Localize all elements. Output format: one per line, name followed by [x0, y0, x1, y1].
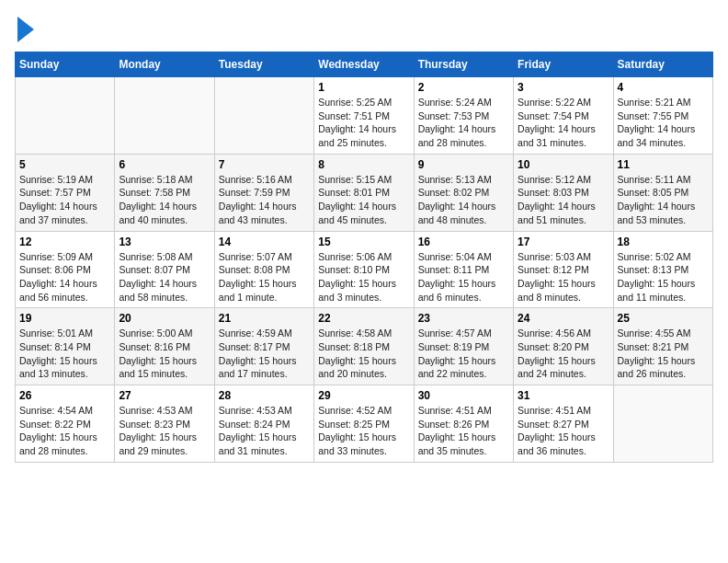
calendar-cell: 17Sunrise: 5:03 AM Sunset: 8:12 PM Dayli… — [514, 231, 613, 308]
day-number: 10 — [518, 158, 609, 171]
calendar-cell: 19Sunrise: 5:01 AM Sunset: 8:14 PM Dayli… — [16, 308, 115, 385]
day-number: 25 — [618, 312, 709, 325]
calendar-table: SundayMondayTuesdayWednesdayThursdayFrid… — [15, 52, 713, 463]
day-number: 9 — [418, 158, 509, 171]
day-number: 24 — [518, 312, 609, 325]
column-header-saturday: Saturday — [613, 52, 712, 77]
calendar-cell: 18Sunrise: 5:02 AM Sunset: 8:13 PM Dayli… — [613, 231, 712, 308]
calendar-cell: 7Sunrise: 5:16 AM Sunset: 7:59 PM Daylig… — [214, 154, 313, 231]
day-info: Sunrise: 4:56 AM Sunset: 8:20 PM Dayligh… — [518, 327, 609, 381]
calendar-cell: 25Sunrise: 4:55 AM Sunset: 8:21 PM Dayli… — [613, 308, 712, 385]
day-info: Sunrise: 4:53 AM Sunset: 8:24 PM Dayligh… — [219, 404, 310, 458]
header — [15, 15, 713, 42]
day-info: Sunrise: 4:58 AM Sunset: 8:18 PM Dayligh… — [318, 327, 409, 381]
week-row-1: 1Sunrise: 5:25 AM Sunset: 7:51 PM Daylig… — [16, 77, 713, 155]
day-info: Sunrise: 5:19 AM Sunset: 7:57 PM Dayligh… — [19, 173, 110, 227]
column-header-monday: Monday — [115, 52, 214, 77]
day-number: 22 — [318, 312, 409, 325]
day-info: Sunrise: 5:00 AM Sunset: 8:16 PM Dayligh… — [119, 327, 210, 381]
logo-arrow-icon — [17, 17, 34, 42]
calendar-cell: 22Sunrise: 4:58 AM Sunset: 8:18 PM Dayli… — [314, 308, 414, 385]
day-number: 14 — [219, 236, 310, 248]
day-info: Sunrise: 5:22 AM Sunset: 7:54 PM Dayligh… — [518, 96, 609, 150]
day-info: Sunrise: 5:11 AM Sunset: 8:05 PM Dayligh… — [618, 173, 709, 227]
day-info: Sunrise: 4:55 AM Sunset: 8:21 PM Dayligh… — [618, 327, 709, 381]
day-info: Sunrise: 5:21 AM Sunset: 7:55 PM Dayligh… — [618, 96, 709, 150]
day-number: 16 — [418, 236, 509, 248]
calendar-cell: 3Sunrise: 5:22 AM Sunset: 7:54 PM Daylig… — [514, 77, 613, 155]
day-info: Sunrise: 4:54 AM Sunset: 8:22 PM Dayligh… — [19, 404, 110, 458]
day-number: 30 — [418, 389, 509, 402]
calendar-cell: 2Sunrise: 5:24 AM Sunset: 7:53 PM Daylig… — [414, 77, 513, 155]
day-number: 17 — [518, 236, 609, 248]
day-info: Sunrise: 4:52 AM Sunset: 8:25 PM Dayligh… — [318, 404, 409, 458]
logo — [15, 15, 34, 42]
day-number: 27 — [119, 389, 210, 402]
day-info: Sunrise: 4:59 AM Sunset: 8:17 PM Dayligh… — [219, 327, 310, 381]
day-info: Sunrise: 4:51 AM Sunset: 8:27 PM Dayligh… — [518, 404, 609, 458]
calendar-cell: 1Sunrise: 5:25 AM Sunset: 7:51 PM Daylig… — [314, 77, 414, 155]
day-number: 26 — [19, 389, 110, 402]
calendar-cell: 5Sunrise: 5:19 AM Sunset: 7:57 PM Daylig… — [16, 154, 115, 231]
calendar-cell: 29Sunrise: 4:52 AM Sunset: 8:25 PM Dayli… — [314, 385, 414, 463]
column-header-friday: Friday — [514, 52, 613, 77]
day-number: 3 — [518, 81, 609, 94]
calendar-cell — [16, 77, 115, 155]
day-info: Sunrise: 5:08 AM Sunset: 8:07 PM Dayligh… — [119, 250, 210, 304]
header-row: SundayMondayTuesdayWednesdayThursdayFrid… — [16, 52, 713, 77]
calendar-cell — [214, 77, 313, 155]
calendar-cell: 30Sunrise: 4:51 AM Sunset: 8:26 PM Dayli… — [414, 385, 513, 463]
day-number: 4 — [618, 81, 709, 94]
day-number: 31 — [518, 389, 609, 402]
day-info: Sunrise: 5:04 AM Sunset: 8:11 PM Dayligh… — [418, 250, 509, 304]
column-header-wednesday: Wednesday — [314, 52, 414, 77]
calendar-header: SundayMondayTuesdayWednesdayThursdayFrid… — [16, 52, 713, 77]
calendar-cell: 15Sunrise: 5:06 AM Sunset: 8:10 PM Dayli… — [314, 231, 414, 308]
day-number: 23 — [418, 312, 509, 325]
day-number: 8 — [318, 158, 409, 171]
day-info: Sunrise: 5:07 AM Sunset: 8:08 PM Dayligh… — [219, 250, 310, 304]
calendar-cell: 31Sunrise: 4:51 AM Sunset: 8:27 PM Dayli… — [514, 385, 613, 463]
calendar-cell: 10Sunrise: 5:12 AM Sunset: 8:03 PM Dayli… — [514, 154, 613, 231]
day-info: Sunrise: 5:06 AM Sunset: 8:10 PM Dayligh… — [318, 250, 409, 304]
calendar-cell — [115, 77, 214, 155]
calendar-cell: 16Sunrise: 5:04 AM Sunset: 8:11 PM Dayli… — [414, 231, 513, 308]
day-info: Sunrise: 5:01 AM Sunset: 8:14 PM Dayligh… — [19, 327, 110, 381]
calendar-cell: 20Sunrise: 5:00 AM Sunset: 8:16 PM Dayli… — [115, 308, 214, 385]
day-number: 5 — [19, 158, 110, 171]
week-row-5: 26Sunrise: 4:54 AM Sunset: 8:22 PM Dayli… — [16, 385, 713, 463]
calendar-cell: 28Sunrise: 4:53 AM Sunset: 8:24 PM Dayli… — [214, 385, 313, 463]
calendar-cell: 24Sunrise: 4:56 AM Sunset: 8:20 PM Dayli… — [514, 308, 613, 385]
day-number: 15 — [318, 236, 409, 248]
week-row-2: 5Sunrise: 5:19 AM Sunset: 7:57 PM Daylig… — [16, 154, 713, 231]
column-header-sunday: Sunday — [16, 52, 115, 77]
calendar-cell — [613, 385, 712, 463]
week-row-4: 19Sunrise: 5:01 AM Sunset: 8:14 PM Dayli… — [16, 308, 713, 385]
day-info: Sunrise: 5:18 AM Sunset: 7:58 PM Dayligh… — [119, 173, 210, 227]
day-number: 7 — [219, 158, 310, 171]
calendar-cell: 8Sunrise: 5:15 AM Sunset: 8:01 PM Daylig… — [314, 154, 414, 231]
day-number: 12 — [19, 236, 110, 248]
day-info: Sunrise: 5:24 AM Sunset: 7:53 PM Dayligh… — [418, 96, 509, 150]
day-info: Sunrise: 5:12 AM Sunset: 8:03 PM Dayligh… — [518, 173, 609, 227]
calendar-cell: 6Sunrise: 5:18 AM Sunset: 7:58 PM Daylig… — [115, 154, 214, 231]
calendar-cell: 21Sunrise: 4:59 AM Sunset: 8:17 PM Dayli… — [214, 308, 313, 385]
day-number: 6 — [119, 158, 210, 171]
day-number: 28 — [219, 389, 310, 402]
day-info: Sunrise: 5:13 AM Sunset: 8:02 PM Dayligh… — [418, 173, 509, 227]
day-info: Sunrise: 5:15 AM Sunset: 8:01 PM Dayligh… — [318, 173, 409, 227]
day-number: 21 — [219, 312, 310, 325]
day-number: 29 — [318, 389, 409, 402]
calendar-cell: 27Sunrise: 4:53 AM Sunset: 8:23 PM Dayli… — [115, 385, 214, 463]
day-number: 19 — [19, 312, 110, 325]
calendar-cell: 26Sunrise: 4:54 AM Sunset: 8:22 PM Dayli… — [16, 385, 115, 463]
day-number: 2 — [418, 81, 509, 94]
day-number: 13 — [119, 236, 210, 248]
day-number: 1 — [318, 81, 409, 94]
day-info: Sunrise: 5:25 AM Sunset: 7:51 PM Dayligh… — [318, 96, 409, 150]
calendar-cell: 12Sunrise: 5:09 AM Sunset: 8:06 PM Dayli… — [16, 231, 115, 308]
day-number: 11 — [618, 158, 709, 171]
column-header-tuesday: Tuesday — [214, 52, 313, 77]
day-number: 20 — [119, 312, 210, 325]
day-info: Sunrise: 5:02 AM Sunset: 8:13 PM Dayligh… — [618, 250, 709, 304]
